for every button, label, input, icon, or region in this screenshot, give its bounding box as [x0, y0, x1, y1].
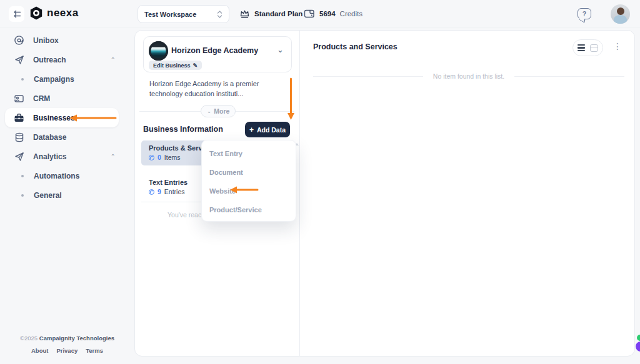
sidebar-item-businesses[interactable]: Businesses [5, 108, 119, 127]
card-view-icon[interactable] [590, 44, 598, 52]
footer-link-terms[interactable]: Terms [86, 347, 103, 354]
coin-icon [149, 155, 154, 160]
kebab-menu-icon[interactable]: ⋮ [613, 42, 622, 51]
footer-links: About Privacy Terms [0, 347, 134, 354]
sidebar-nav: Unibox Outreach ⌃ Campaigns CRM [0, 31, 134, 205]
sidebar-item-unibox[interactable]: Unibox [0, 31, 134, 50]
logo: neexa [29, 6, 79, 20]
workspace-selector-value: Test Workspace [144, 11, 217, 18]
business-header-card[interactable]: Horizon Edge Academy ⌄ Edit Business ✎ [143, 36, 292, 72]
database-icon [14, 132, 24, 142]
sidebar-item-outreach[interactable]: Outreach ⌃ [0, 50, 134, 69]
add-data-dropdown-menu: Text Entry Document Website Product/Serv… [201, 140, 296, 222]
bullet-dot-icon [21, 194, 24, 197]
empty-message: No item found in this list. [433, 72, 504, 80]
more-label: More [214, 107, 229, 115]
paper-plane-icon [14, 55, 24, 65]
add-data-label: Add Data [257, 126, 286, 134]
sidebar-item-database[interactable]: Database [0, 127, 134, 147]
chevron-up-icon: ⌃ [111, 56, 116, 63]
end-of-list-note: You've reac [168, 211, 201, 219]
copyright-name: Campaignity Technologies [39, 335, 114, 342]
business-logo [149, 41, 168, 61]
sidebar-item-label: Analytics [33, 152, 66, 161]
business-description: Horizon Edge Academy is a premier techno… [149, 79, 284, 99]
edit-business-label: Edit Business [153, 62, 191, 69]
sidebar-item-general[interactable]: General [0, 185, 134, 205]
sidebar-item-automations[interactable]: Automations [0, 166, 134, 185]
copyright-year: ©2025 [20, 335, 38, 342]
info-row-count: 9 [158, 188, 161, 195]
info-row-unit: Entries [164, 188, 185, 195]
plan-indicator: Standard Plan [239, 9, 302, 19]
sidebar-footer: ©2025 Campaignity Technologies About Pri… [0, 335, 134, 354]
more-button[interactable]: ⌄ More [201, 105, 236, 117]
sidebar-item-label: Automations [34, 172, 79, 180]
crown-icon [239, 9, 250, 19]
sidebar-item-label: Campaigns [34, 75, 74, 84]
copyright: ©2025 Campaignity Technologies [0, 335, 134, 342]
business-panel: Horizon Edge Academy ⌄ Edit Business ✎ H… [135, 31, 300, 356]
business-name: Horizon Edge Academy [171, 46, 258, 55]
divider [313, 76, 423, 77]
pencil-icon: ✎ [193, 62, 198, 69]
credits-indicator: 5694 Credits [304, 9, 362, 19]
collapse-sidebar-icon [12, 10, 21, 18]
plan-label: Standard Plan [254, 10, 302, 17]
sidebar-item-campaigns[interactable]: Campaigns [0, 69, 134, 89]
neexa-logo-icon [29, 6, 43, 20]
sidebar-item-label: General [34, 191, 62, 200]
content-card: Horizon Edge Academy ⌄ Edit Business ✎ H… [134, 30, 635, 357]
footer-link-about[interactable]: About [31, 347, 48, 354]
app-root: neexa Test Workspace Standard Plan 5694 [0, 0, 640, 364]
empty-state: No item found in this list. [313, 72, 624, 81]
credits-label: Credits [340, 10, 362, 17]
user-avatar[interactable] [611, 4, 630, 24]
divider [514, 76, 624, 77]
info-row-count: 0 [158, 154, 161, 161]
sidebar-collapse-button[interactable] [9, 6, 24, 22]
bullet-dot-icon [21, 175, 24, 177]
bullet-dot-icon [21, 78, 24, 81]
sidebar: Unibox Outreach ⌃ Campaigns CRM [0, 27, 134, 364]
sidebar-item-analytics[interactable]: Analytics ⌃ [0, 147, 134, 166]
section-title: Business Information [143, 125, 223, 134]
edit-business-button[interactable]: Edit Business ✎ [149, 61, 202, 70]
footer-link-privacy[interactable]: Privacy [56, 347, 78, 354]
plus-icon: + [249, 125, 254, 134]
list-view-icon[interactable] [578, 44, 585, 51]
sidebar-item-label: Unibox [33, 36, 59, 45]
wallet-icon [304, 9, 315, 19]
info-row-unit: Items [164, 154, 181, 161]
chat-widget-badge[interactable] [637, 335, 640, 341]
sidebar-item-label: Businesses [33, 114, 75, 122]
add-data-button[interactable]: + Add Data [245, 122, 290, 137]
paper-plane-icon [14, 152, 24, 162]
sidebar-item-label: CRM [33, 94, 50, 103]
products-services-panel: Products and Services ⋮ No item found in… [300, 31, 634, 356]
topbar: neexa Test Workspace Standard Plan 5694 [0, 0, 640, 27]
sidebar-item-crm[interactable]: CRM [0, 89, 134, 108]
contact-card-icon [14, 94, 24, 104]
chevron-up-icon: ⌃ [111, 153, 116, 160]
inbox-icon [14, 35, 24, 46]
question-mark-icon: ? [582, 10, 586, 17]
help-button[interactable]: ? [578, 8, 591, 19]
panel-title: Products and Services [313, 42, 398, 51]
briefcase-icon [14, 113, 24, 123]
logo-text: neexa [47, 7, 79, 19]
chat-widget-button[interactable] [636, 342, 640, 352]
menu-item-document[interactable]: Document [202, 163, 296, 182]
select-caret-icon [217, 10, 222, 19]
menu-item-text-entry[interactable]: Text Entry [202, 144, 296, 163]
chevron-down-icon: ⌄ [207, 108, 212, 114]
workspace-selector[interactable]: Test Workspace [138, 5, 229, 23]
avatar-shoulders-shape [614, 15, 627, 24]
credits-count: 5694 [319, 10, 336, 17]
chevron-down-icon[interactable]: ⌄ [277, 45, 284, 54]
menu-item-product-service[interactable]: Product/Service [202, 200, 296, 219]
coin-icon [149, 189, 154, 195]
avatar-head-shape [617, 7, 624, 15]
menu-item-website[interactable]: Website [202, 182, 296, 200]
view-toggle [572, 39, 603, 56]
